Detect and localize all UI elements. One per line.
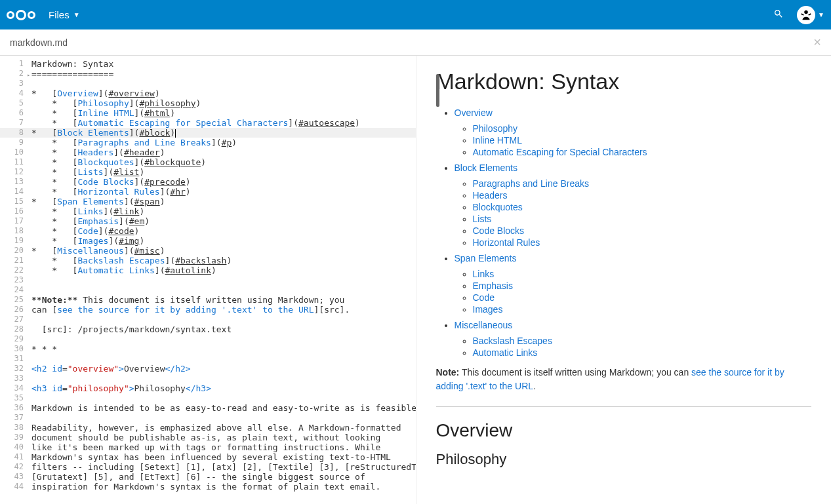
code-line-content[interactable]: <h2 id="overview">Overview</h2> — [31, 364, 416, 374]
code-line[interactable]: 20* [Miscellaneous](#misc) — [0, 246, 416, 256]
code-line[interactable]: 1Markdown: Syntax — [0, 59, 416, 69]
toc-link[interactable]: Headers — [473, 190, 508, 201]
code-line-content[interactable]: can [see the source for it by adding '.t… — [31, 305, 416, 315]
code-line[interactable]: 41Markdown's syntax has been influenced … — [0, 452, 416, 462]
code-line[interactable]: 28 [src]: /projects/markdown/syntax.text — [0, 324, 416, 334]
code-line[interactable]: 7 * [Automatic Escaping for Special Char… — [0, 118, 416, 128]
code-line-content[interactable]: Markdown's syntax has been influenced by… — [31, 452, 416, 462]
code-line[interactable]: 14 * [Horizontal Rules](#hr) — [0, 187, 416, 197]
code-line-content[interactable]: * [Overview](#overview) — [31, 88, 416, 98]
code-line-content[interactable] — [31, 285, 416, 295]
code-line-content[interactable]: Readability, however, is emphasized abov… — [31, 423, 416, 433]
code-line-content[interactable]: * [Code](#code) — [31, 226, 416, 236]
code-line[interactable]: 23 — [0, 275, 416, 285]
code-line[interactable]: 15* [Span Elements](#span) — [0, 197, 416, 206]
code-line-content[interactable]: like it's been marked up with tags or fo… — [31, 442, 416, 452]
toc-link[interactable]: Inline HTML — [473, 135, 522, 145]
code-line-content[interactable]: * [Horizontal Rules](#hr) — [31, 187, 416, 197]
code-line[interactable]: 30* * * — [0, 344, 416, 354]
code-line[interactable]: 33 — [0, 374, 416, 383]
toc-link[interactable]: Code Blocks — [473, 225, 525, 236]
editor-pane[interactable]: 1Markdown: Syntax2================34* [O… — [0, 56, 416, 504]
code-line-content[interactable] — [31, 393, 416, 403]
code-line-content[interactable]: * [Miscellaneous](#misc) — [31, 246, 416, 256]
code-line[interactable]: 35 — [0, 393, 416, 403]
code-line-content[interactable]: filters -- including [Setext] [1], [atx]… — [31, 462, 416, 472]
code-line-content[interactable]: document should be publishable as-is, as… — [31, 433, 416, 442]
code-line[interactable]: 6 * [Inline HTML](#html) — [0, 108, 416, 118]
toc-link[interactable]: Span Elements — [455, 253, 517, 263]
code-line-content[interactable]: * [Links](#link) — [31, 206, 416, 216]
code-line[interactable]: 9 * [Paragraphs and Line Breaks](#p) — [0, 138, 416, 147]
user-menu[interactable]: ▼ — [797, 6, 824, 24]
logo[interactable] — [7, 10, 35, 20]
code-line[interactable]: 31 — [0, 354, 416, 364]
code-line[interactable]: 27 — [0, 315, 416, 324]
code-line[interactable]: 21 * [Backslash Escapes](#backslash) — [0, 256, 416, 265]
code-line[interactable]: 34<h3 id="philosophy">Philosophy</h3> — [0, 383, 416, 393]
code-line-content[interactable]: * [Backslash Escapes](#backslash) — [31, 256, 416, 265]
toc-link[interactable]: Paragraphs and Line Breaks — [473, 178, 589, 189]
code-line-content[interactable]: * [Automatic Escaping for Special Charac… — [31, 118, 416, 128]
code-line[interactable]: 3 — [0, 79, 416, 88]
code-line[interactable]: 2================ — [0, 69, 416, 79]
code-line-content[interactable]: * [Span Elements](#span) — [31, 197, 416, 206]
code-line[interactable]: 39document should be publishable as-is, … — [0, 433, 416, 442]
code-line[interactable]: 19 * [Images](#img) — [0, 236, 416, 246]
code-line[interactable]: 42filters -- including [Setext] [1], [at… — [0, 462, 416, 472]
code-line[interactable]: 29 — [0, 334, 416, 344]
code-line-content[interactable]: * [Blockquotes](#blockquote) — [31, 157, 416, 167]
code-line-content[interactable]: * [Paragraphs and Line Breaks](#p) — [31, 138, 416, 147]
code-line[interactable]: 36Markdown is intended to be as easy-to-… — [0, 403, 416, 413]
code-line-content[interactable]: [Grutatext] [5], and [EtText] [6] -- the… — [31, 472, 416, 482]
toc-link[interactable]: Automatic Links — [473, 347, 538, 358]
code-line-content[interactable]: * [Emphasis](#em) — [31, 216, 416, 226]
code-line-content[interactable] — [31, 315, 416, 324]
code-line[interactable]: 10 * [Headers](#header) — [0, 147, 416, 157]
code-line-content[interactable] — [31, 374, 416, 383]
code-line-content[interactable]: [src]: /projects/markdown/syntax.text — [31, 324, 416, 334]
code-line[interactable]: 22 * [Automatic Links](#autolink) — [0, 265, 416, 275]
code-line-content[interactable]: * * * — [31, 344, 416, 354]
code-line-content[interactable]: **Note:** This document is itself writte… — [31, 295, 416, 305]
app-menu[interactable]: Files ▼ — [49, 9, 80, 20]
search-icon[interactable] — [773, 9, 784, 21]
toc-link[interactable]: Automatic Escaping for Special Character… — [473, 147, 647, 157]
code-line-content[interactable]: * [Images](#img) — [31, 236, 416, 246]
code-line[interactable]: 40like it's been marked up with tags or … — [0, 442, 416, 452]
code-line-content[interactable] — [31, 354, 416, 364]
toc-link[interactable]: Horizontal Rules — [473, 237, 540, 248]
code-line-content[interactable] — [31, 79, 416, 88]
code-line[interactable]: 5 * [Philosophy](#philosophy) — [0, 98, 416, 108]
toc-link[interactable]: Block Elements — [455, 163, 517, 173]
code-line-content[interactable]: * [Philosophy](#philosophy) — [31, 98, 416, 108]
code-line-content[interactable]: Markdown is intended to be as easy-to-re… — [31, 403, 416, 413]
code-line[interactable]: 25**Note:** This document is itself writ… — [0, 295, 416, 305]
code-line[interactable]: 26can [see the source for it by adding '… — [0, 305, 416, 315]
toc-link[interactable]: Overview — [455, 107, 493, 118]
code-line-content[interactable] — [31, 413, 416, 423]
preview-pane[interactable]: Markdown: Syntax OverviewPhilosophyInlin… — [416, 56, 832, 504]
code-line-content[interactable]: * [Lists](#list) — [31, 167, 416, 177]
toc-link[interactable]: Images — [473, 304, 503, 315]
toc-link[interactable]: Code — [473, 292, 495, 303]
code-line[interactable]: 17 * [Emphasis](#em) — [0, 216, 416, 226]
code-line[interactable]: 16 * [Links](#link) — [0, 206, 416, 216]
code-line[interactable]: 32<h2 id="overview">Overview</h2> — [0, 364, 416, 374]
code-line-content[interactable]: * [Headers](#header) — [31, 147, 416, 157]
toc-link[interactable]: Emphasis — [473, 281, 513, 291]
code-line-content[interactable]: <h3 id="philosophy">Philosophy</h3> — [31, 383, 416, 393]
code-line-content[interactable]: * [Inline HTML](#html) — [31, 108, 416, 118]
code-line[interactable]: 12 * [Lists](#list) — [0, 167, 416, 177]
code-line-content[interactable] — [31, 275, 416, 285]
code-line[interactable]: 8* [Block Elements](#block) — [0, 128, 416, 138]
toc-link[interactable]: Backslash Escapes — [473, 336, 552, 346]
code-line[interactable]: 13 * [Code Blocks](#precode) — [0, 177, 416, 187]
code-line-content[interactable]: * [Code Blocks](#precode) — [31, 177, 416, 187]
code-line[interactable]: 4* [Overview](#overview) — [0, 88, 416, 98]
code-line-content[interactable]: * [Block Elements](#block) — [31, 128, 416, 138]
code-line[interactable]: 11 * [Blockquotes](#blockquote) — [0, 157, 416, 167]
code-line[interactable]: 18 * [Code](#code) — [0, 226, 416, 236]
code-line-content[interactable] — [31, 334, 416, 344]
toc-link[interactable]: Lists — [473, 214, 492, 224]
